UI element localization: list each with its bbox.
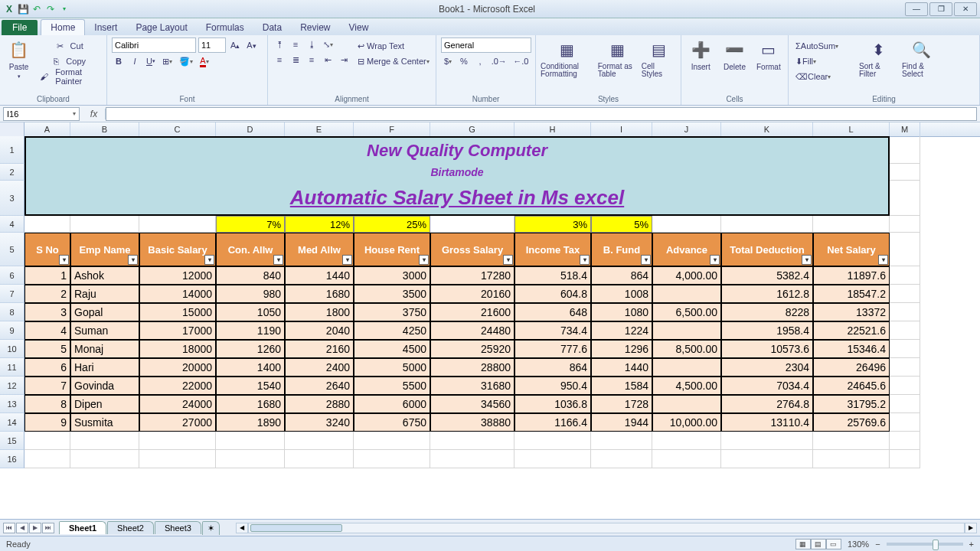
cell[interactable] bbox=[890, 358, 920, 377]
cell[interactable] bbox=[890, 181, 920, 216]
table-cell[interactable]: 5000 bbox=[354, 358, 430, 377]
view-pagebreak-button[interactable]: ▭ bbox=[826, 539, 841, 549]
cell[interactable] bbox=[652, 432, 721, 450]
table-cell[interactable]: 8 bbox=[24, 395, 70, 413]
cell[interactable]: 5% bbox=[591, 216, 652, 233]
inc-decimal-button[interactable]: .0→ bbox=[489, 54, 509, 68]
filter-dropdown[interactable]: ▾ bbox=[802, 255, 812, 265]
table-cell[interactable]: 3750 bbox=[354, 303, 430, 321]
cell[interactable] bbox=[890, 216, 920, 233]
table-cell[interactable]: 24000 bbox=[139, 395, 216, 413]
zoom-slider[interactable] bbox=[887, 543, 963, 546]
row-header-6[interactable]: 6 bbox=[0, 266, 24, 285]
italic-button[interactable]: I bbox=[128, 54, 142, 68]
table-cell[interactable]: 1166.4 bbox=[514, 413, 591, 432]
conditional-formatting-button[interactable]: ▦Conditional Formatting bbox=[541, 37, 593, 78]
table-cell[interactable]: 1 bbox=[24, 266, 70, 285]
table-header[interactable]: Income Tax▾ bbox=[514, 233, 591, 266]
cell[interactable] bbox=[24, 450, 70, 468]
cell[interactable] bbox=[890, 233, 920, 266]
table-cell[interactable]: 3 bbox=[24, 303, 70, 321]
currency-button[interactable]: $ bbox=[441, 54, 455, 68]
review-tab[interactable]: Review bbox=[291, 20, 339, 35]
indent-inc-button[interactable]: ⇥ bbox=[337, 53, 351, 67]
cell[interactable] bbox=[652, 450, 721, 468]
view-tab[interactable]: View bbox=[340, 20, 378, 35]
table-cell[interactable]: 648 bbox=[514, 303, 591, 321]
cell[interactable]: 3% bbox=[514, 216, 591, 233]
row-header-8[interactable]: 8 bbox=[0, 303, 24, 321]
table-cell[interactable]: 2 bbox=[24, 285, 70, 303]
cell[interactable] bbox=[139, 216, 216, 233]
table-cell[interactable]: 6000 bbox=[354, 395, 430, 413]
border-button[interactable]: ⊞ bbox=[160, 54, 175, 68]
table-cell[interactable]: 11897.6 bbox=[813, 266, 890, 285]
table-cell[interactable]: 1400 bbox=[216, 358, 285, 377]
row-header-16[interactable]: 16 bbox=[0, 450, 24, 468]
copy-button[interactable]: ⎘ Copy bbox=[38, 54, 102, 68]
table-cell[interactable]: 24480 bbox=[430, 321, 514, 340]
table-header[interactable]: Gross Salary▾ bbox=[430, 233, 514, 266]
wrap-text-button[interactable]: ↩ Wrap Text bbox=[355, 39, 432, 53]
cell[interactable] bbox=[890, 321, 920, 340]
table-cell[interactable]: 1944 bbox=[591, 413, 652, 432]
table-cell[interactable]: 25769.6 bbox=[813, 413, 890, 432]
hscroll-right[interactable]: ▶ bbox=[965, 523, 977, 533]
filter-dropdown[interactable]: ▾ bbox=[878, 255, 888, 265]
font-color-button[interactable]: A bbox=[198, 54, 211, 68]
file-tab[interactable]: File bbox=[2, 20, 38, 35]
cell[interactable] bbox=[70, 432, 139, 450]
row-header-11[interactable]: 11 bbox=[0, 358, 24, 377]
table-cell[interactable]: 1728 bbox=[591, 395, 652, 413]
table-cell[interactable]: 1080 bbox=[591, 303, 652, 321]
table-cell[interactable]: 1890 bbox=[216, 413, 285, 432]
undo-icon[interactable]: ↶ bbox=[31, 3, 43, 15]
align-left-button[interactable]: ≡ bbox=[273, 53, 286, 67]
qat-dropdown-icon[interactable]: ▾ bbox=[58, 3, 70, 15]
table-cell[interactable]: Hari bbox=[70, 358, 139, 377]
table-cell[interactable]: 4,500.00 bbox=[652, 377, 721, 395]
table-cell[interactable]: 1008 bbox=[591, 285, 652, 303]
table-cell[interactable]: 25920 bbox=[430, 340, 514, 358]
table-cell[interactable]: Ashok bbox=[70, 266, 139, 285]
align-center-button[interactable]: ≣ bbox=[289, 53, 302, 67]
percent-button[interactable]: % bbox=[457, 54, 471, 68]
close-button[interactable]: ✕ bbox=[954, 2, 977, 16]
cell[interactable] bbox=[216, 450, 285, 468]
table-cell[interactable]: 22521.6 bbox=[813, 321, 890, 340]
cell[interactable] bbox=[139, 450, 216, 468]
table-cell[interactable]: 4250 bbox=[354, 321, 430, 340]
table-cell[interactable]: 1190 bbox=[216, 321, 285, 340]
row-header-15[interactable]: 15 bbox=[0, 432, 24, 450]
indent-dec-button[interactable]: ⇤ bbox=[321, 53, 335, 67]
table-cell[interactable]: 5500 bbox=[354, 377, 430, 395]
cell[interactable] bbox=[813, 216, 890, 233]
grow-font-button[interactable]: A▴ bbox=[228, 38, 242, 52]
row-header-12[interactable]: 12 bbox=[0, 377, 24, 395]
cell[interactable] bbox=[890, 395, 920, 413]
table-header[interactable]: B. Fund▾ bbox=[591, 233, 652, 266]
table-cell[interactable]: 1680 bbox=[216, 395, 285, 413]
format-painter-button[interactable]: 🖌 Format Painter bbox=[38, 70, 102, 83]
table-cell[interactable]: 2040 bbox=[285, 321, 354, 340]
table-cell[interactable]: 20160 bbox=[430, 285, 514, 303]
filter-dropdown[interactable]: ▾ bbox=[59, 255, 69, 265]
row-header-7[interactable]: 7 bbox=[0, 285, 24, 303]
clear-button[interactable]: ⌫ Clear bbox=[793, 70, 839, 83]
zoom-level[interactable]: 130% bbox=[848, 540, 869, 549]
filter-dropdown[interactable]: ▾ bbox=[710, 255, 720, 265]
table-cell[interactable]: 1958.4 bbox=[721, 321, 813, 340]
table-cell[interactable]: 12000 bbox=[139, 266, 216, 285]
col-header-E[interactable]: E bbox=[285, 122, 354, 136]
cell[interactable] bbox=[813, 432, 890, 450]
table-cell[interactable]: 1680 bbox=[285, 285, 354, 303]
table-cell[interactable] bbox=[652, 321, 721, 340]
row-header-14[interactable]: 14 bbox=[0, 413, 24, 432]
tab-nav-next[interactable]: ▶ bbox=[29, 523, 41, 533]
col-header-H[interactable]: H bbox=[514, 122, 591, 136]
table-header[interactable]: Med Allw▾ bbox=[285, 233, 354, 266]
table-cell[interactable]: Monaj bbox=[70, 340, 139, 358]
table-cell[interactable]: Susmita bbox=[70, 413, 139, 432]
table-cell[interactable]: 10,000.00 bbox=[652, 413, 721, 432]
cell[interactable] bbox=[890, 432, 920, 450]
